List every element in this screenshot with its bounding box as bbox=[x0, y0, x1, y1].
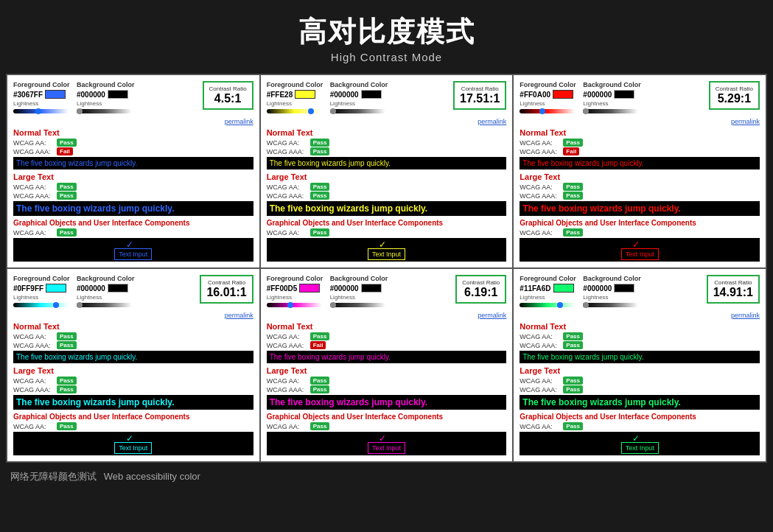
wcag-aa-large-badge-2: Pass bbox=[563, 183, 583, 191]
wcag-aa-normal-label-0: WCAG AA: bbox=[13, 139, 54, 147]
fg-slider-1[interactable] bbox=[267, 109, 322, 113]
bg-slider-3[interactable] bbox=[77, 303, 132, 307]
card-top-3: Foreground Color #0FF9FF Lightness Backg… bbox=[13, 275, 253, 307]
permalink-0[interactable]: permalink bbox=[13, 118, 253, 125]
card-top-4: Foreground Color #FF00D5 Lightness Backg… bbox=[267, 275, 507, 307]
wcag-aa-normal-row-0: WCAG AA: Pass bbox=[13, 139, 253, 147]
wcag-aaa-normal-row-3: WCAG AAA: Pass bbox=[13, 341, 253, 349]
fg-section-1: Foreground Color #FFE28 Lightness bbox=[267, 81, 326, 113]
normal-text-title-1: Normal Text bbox=[267, 128, 507, 137]
fg-slider-4[interactable] bbox=[267, 303, 322, 307]
wcag-aa-normal-badge-2: Pass bbox=[563, 139, 583, 147]
normal-text-title-3: Normal Text bbox=[13, 322, 253, 331]
graphical-title-0: Graphical Objects and User Interface Com… bbox=[13, 219, 253, 227]
wcag-aaa-large-badge-0: Pass bbox=[57, 192, 77, 200]
permalink-4[interactable]: permalink bbox=[267, 312, 507, 319]
bg-section-1: Background Color #000000 Lightness bbox=[330, 81, 389, 113]
wcag-aa-large-row-5: WCAG AA: Pass bbox=[520, 377, 760, 385]
fg-lightness-label-2: Lightness bbox=[520, 100, 578, 107]
fg-slider-2[interactable] bbox=[520, 109, 575, 113]
fake-input-5[interactable]: Text Input bbox=[621, 442, 659, 454]
fg-swatch-4 bbox=[299, 284, 320, 293]
wcag-aaa-large-badge-1: Pass bbox=[310, 192, 330, 200]
permalink-3[interactable]: permalink bbox=[13, 312, 253, 319]
wcag-aaa-large-label-0: WCAG AAA: bbox=[13, 192, 54, 200]
fg-slider-0[interactable] bbox=[13, 109, 69, 113]
contrast-box-5: Contrast Ratio 14.91:1 bbox=[707, 275, 760, 304]
contrast-box-4: Contrast Ratio 6.19:1 bbox=[455, 275, 506, 304]
fg-swatch-3 bbox=[46, 284, 66, 293]
bg-slider-2[interactable] bbox=[583, 109, 638, 113]
bg-label-4: Background Color bbox=[330, 275, 389, 282]
wcag-aa-large-badge-1: Pass bbox=[310, 183, 330, 191]
demo-large-3: The five boxing wizards jump quickly. bbox=[13, 395, 253, 410]
fg-lightness-label-4: Lightness bbox=[267, 294, 326, 301]
wcag-aa-normal-label-1: WCAG AA: bbox=[267, 139, 307, 147]
permalink-2[interactable]: permalink bbox=[520, 118, 760, 125]
wcag-aaa-normal-badge-0: Fail bbox=[57, 147, 73, 155]
graphical-title-3: Graphical Objects and User Interface Com… bbox=[13, 413, 253, 421]
wcag-aaa-large-row-4: WCAG AAA: Pass bbox=[267, 385, 507, 393]
wcag-aaa-normal-label-0: WCAG AAA: bbox=[13, 148, 54, 155]
permalink-5[interactable]: permalink bbox=[520, 312, 760, 319]
fg-slider-5[interactable] bbox=[520, 303, 575, 307]
wcag-aaa-normal-label-5: WCAG AAA: bbox=[520, 342, 560, 349]
bg-lightness-label-3: Lightness bbox=[77, 294, 136, 301]
wcag-aa-large-row-2: WCAG AA: Pass bbox=[520, 183, 760, 191]
fake-input-1[interactable]: Text Input bbox=[368, 248, 405, 260]
contrast-box-2: Contrast Ratio 5.29:1 bbox=[709, 81, 760, 110]
bg-section-4: Background Color #000000 Lightness bbox=[330, 275, 389, 307]
wcag-aa-large-row-0: WCAG AA: Pass bbox=[13, 183, 253, 191]
wcag-aa-normal-label-3: WCAG AA: bbox=[13, 333, 54, 340]
contrast-value-5: 14.91:1 bbox=[713, 286, 753, 299]
fake-input-3[interactable]: Text Input bbox=[114, 442, 152, 454]
fake-input-4[interactable]: Text Input bbox=[368, 442, 405, 454]
wcag-aa-normal-badge-4: Pass bbox=[310, 332, 330, 340]
wcag-aaa-normal-label-2: WCAG AAA: bbox=[520, 148, 560, 155]
contrast-box-0: Contrast Ratio 4.5:1 bbox=[203, 81, 253, 110]
wcag-aa-normal-row-1: WCAG AA: Pass bbox=[267, 139, 507, 147]
fg-hex-3: #0FF9FF bbox=[13, 284, 43, 293]
bg-swatch-3 bbox=[108, 284, 128, 293]
contrast-label-3: Contrast Ratio bbox=[206, 279, 246, 286]
bg-hex-2: #000000 bbox=[583, 91, 612, 99]
page-title-zh: 高对比度模式 bbox=[0, 0, 773, 51]
footer-zh: 网络无障碍颜色测试 bbox=[10, 471, 97, 482]
wcag-aa-graph-badge-0: Pass bbox=[57, 228, 77, 237]
fg-slider-3[interactable] bbox=[13, 303, 69, 307]
wcag-aa-graph-badge-5: Pass bbox=[563, 422, 583, 430]
fg-section-2: Foreground Color #FF0A00 Lightness bbox=[520, 81, 578, 113]
bg-label-3: Background Color bbox=[77, 275, 136, 282]
input-demo-area-5: ✓ Text Input bbox=[520, 432, 760, 455]
contrast-label-2: Contrast Ratio bbox=[716, 85, 753, 92]
demo-large-1: The five boxing wizards jump quickly. bbox=[267, 201, 507, 216]
card-top-2: Foreground Color #FF0A00 Lightness Backg… bbox=[520, 81, 760, 113]
card-3: Foreground Color #0FF9FF Lightness Backg… bbox=[7, 268, 260, 462]
wcag-aaa-normal-row-0: WCAG AAA: Fail bbox=[13, 147, 253, 155]
wcag-aa-graph-label-5: WCAG AA: bbox=[520, 423, 560, 430]
card-top-1: Foreground Color #FFE28 Lightness Backgr… bbox=[267, 81, 507, 113]
card-top-5: Foreground Color #11FA6D Lightness Backg… bbox=[520, 275, 760, 307]
wcag-aaa-large-label-1: WCAG AAA: bbox=[267, 192, 307, 200]
bg-label-1: Background Color bbox=[330, 81, 389, 88]
permalink-1[interactable]: permalink bbox=[267, 118, 507, 125]
bg-slider-4[interactable] bbox=[330, 303, 385, 307]
normal-text-title-4: Normal Text bbox=[267, 322, 507, 331]
wcag-aa-normal-row-5: WCAG AA: Pass bbox=[520, 332, 760, 340]
bg-lightness-label-1: Lightness bbox=[330, 100, 389, 107]
bg-slider-0[interactable] bbox=[77, 109, 132, 113]
fake-input-0[interactable]: Text Input bbox=[114, 248, 152, 260]
wcag-aaa-large-row-2: WCAG AAA: Pass bbox=[520, 192, 760, 200]
wcag-aaa-normal-badge-5: Pass bbox=[563, 341, 583, 349]
bg-slider-1[interactable] bbox=[330, 109, 385, 113]
wcag-aa-large-label-0: WCAG AA: bbox=[13, 183, 54, 191]
wcag-aa-normal-badge-1: Pass bbox=[310, 139, 330, 147]
bg-swatch-5 bbox=[614, 284, 634, 293]
bg-swatch-1 bbox=[361, 90, 382, 99]
wcag-aa-graph-badge-2: Pass bbox=[563, 228, 583, 237]
fake-input-2[interactable]: Text Input bbox=[621, 248, 659, 260]
wcag-aa-graph-label-3: WCAG AA: bbox=[13, 423, 54, 430]
bg-slider-5[interactable] bbox=[583, 303, 638, 307]
wcag-aaa-large-badge-4: Pass bbox=[310, 385, 330, 393]
wcag-aa-graph-row-2: WCAG AA: Pass bbox=[520, 228, 760, 237]
